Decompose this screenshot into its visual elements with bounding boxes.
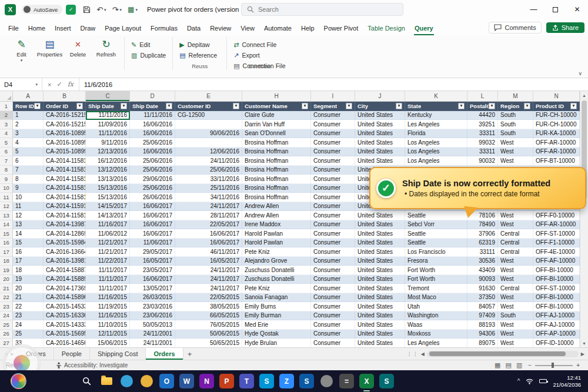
cell-B10[interactable]: CA-2014-115812 [44,184,86,193]
cell-C16[interactable]: 11/21/2017 [86,239,130,248]
cell-L16[interactable]: 62319 [467,239,498,248]
cell-J18[interactable]: United States [355,257,405,266]
cell-L26[interactable]: 94306 [467,330,498,339]
row-number-26[interactable]: 26 [0,330,13,339]
cell-H13[interactable]: Andrew Allen [242,211,311,220]
tab-formulas[interactable]: Formulas [146,21,182,35]
cell-M3[interactable]: South [498,120,533,129]
onenote-icon[interactable]: N [199,374,214,388]
cell-A9[interactable]: 8 [13,175,44,184]
cell-A15[interactable]: 14 [13,229,44,239]
cell-H24[interactable]: Emily Burman [242,311,311,321]
cell-K24[interactable]: Washington [405,311,467,321]
cell-D18[interactable]: 16/05/2017 [130,257,175,266]
cell-M13[interactable]: West [498,211,533,220]
cell-E27[interactable]: 50/65/2015 [175,339,242,348]
ribbon-properties-button[interactable]: ▤Properties [36,37,63,65]
zoom-slider-thumb[interactable] [552,363,554,368]
cell-H4[interactable]: Sean O'Donnell [242,129,311,139]
column-letter-K[interactable]: K [405,91,467,101]
cell-K16[interactable]: Seattle [405,239,467,248]
cell-N17[interactable]: OFF-4E-10000 [533,247,580,257]
zoom-slider[interactable] [535,365,573,366]
row-number-21[interactable]: 21 [0,284,13,293]
cell-C17[interactable]: 11/21/2017 [86,247,130,257]
cell-I8[interactable]: Consumer [311,166,355,175]
row-number-25[interactable]: 25 [0,320,13,330]
filter-dropdown-order-id-B[interactable]: ▾ [76,103,83,109]
filter-dropdown-ship-date-D[interactable]: ▾ [166,103,172,109]
wifi-icon[interactable] [526,378,533,384]
cell-A8[interactable]: 7 [13,166,44,175]
row-number-15[interactable]: 15 [0,229,13,239]
cell-K19[interactable]: Fort Worth [405,266,467,275]
cell-B4[interactable]: CA-2016-108956 [44,129,86,139]
cell-B22[interactable]: CA-2014-158964 [44,293,86,303]
cell-C18[interactable]: 11/22/2017 [86,257,130,266]
row-number-7[interactable]: 7 [0,156,13,166]
cell-H7[interactable]: Brosina Hoffman [242,156,311,166]
cell-C27[interactable]: 15/06/2015 [86,339,130,348]
cell-L19[interactable]: 43409 [467,266,498,275]
cell-A7[interactable]: 6 [13,156,44,166]
cell-E8[interactable]: 25/06/2016 [175,166,242,175]
tab-page-layout[interactable]: Page Layout [100,21,146,35]
save-button[interactable] [83,6,91,14]
accessibility-status[interactable]: Accessibility: Investigate [56,362,128,368]
cell-N5[interactable]: OFF-AR-10000 [533,138,580,148]
row-number-10[interactable]: 10 [0,184,13,193]
cell-H3[interactable]: Darrin Van Huff [242,120,311,129]
splitter-dots-icon[interactable]: ⋮⋮ [407,351,419,357]
cell-I9[interactable]: Consumer [311,175,355,184]
tray-chevron-icon[interactable]: ^ [517,378,520,384]
cell-B27[interactable]: CA-2016-146563 [44,339,86,348]
cell-A21[interactable]: 20 [13,284,44,293]
cell-K22[interactable]: Most Maco [405,293,467,303]
cell-B14[interactable]: CA-2014-139876 [44,220,86,230]
cell-A23[interactable]: 22 [13,302,44,311]
cell-B16[interactable]: CA-2015-159843 [44,239,86,248]
cell-L24[interactable]: 97409 [467,311,498,321]
cell-K26[interactable]: Moxkoss [405,330,467,339]
row-number-22[interactable]: 22 [0,293,13,303]
row-number-23[interactable]: 23 [0,302,13,311]
tab-data[interactable]: Data [182,21,205,35]
cell-D11[interactable]: 26/06/2016 [130,193,175,202]
cell-B18[interactable]: CA-2016-139816 [44,257,86,266]
column-letter-N[interactable]: N [533,91,580,101]
ribbon-reuse-depitaw-button[interactable]: ▶Depitaw [178,41,219,49]
cell-J17[interactable]: United States [355,247,405,257]
photos-icon[interactable] [139,374,154,388]
collapse-ribbon-button[interactable]: ∨ [578,71,582,76]
cell-E25[interactable]: 76/05/2015 [175,320,242,330]
cell-L6[interactable]: 33311 [467,148,498,157]
row-number-12[interactable]: 12 [0,202,13,212]
cell-L22[interactable]: 37350 [467,293,498,303]
cell-E26[interactable]: 50/06/2015 [175,330,242,339]
comments-button[interactable]: Comments [489,22,541,33]
cell-H17[interactable]: Pete Kniz [242,247,311,257]
cell-N27[interactable]: OFF-ID-10000 [533,339,580,348]
undo-button[interactable]: ↶▾ [96,6,106,14]
cell-K7[interactable]: Los Angeles [405,156,467,166]
select-all-corner[interactable] [0,91,13,101]
cell-D9[interactable]: 29/06/2016 [130,175,175,184]
cell-C25[interactable]: 11/10/2015 [86,320,130,330]
cell-A22[interactable]: 21 [13,293,44,303]
ribbon-combine-connect-file-button[interactable]: ⇄Connect File [232,41,287,49]
tab-view[interactable]: View [236,21,259,35]
cell-B6[interactable]: CA-2015-108996 [44,148,86,157]
cell-I20[interactable]: Consumer [311,275,355,284]
cell-I14[interactable]: Consumer [311,220,355,230]
cell-I3[interactable]: Consumer [311,120,355,129]
cell-L5[interactable]: 99032 [467,138,498,148]
search-input[interactable]: Search [241,3,403,16]
filter-dropdown-city-J[interactable]: ▾ [396,103,402,109]
cell-B25[interactable]: CA-2015-143336 [44,320,86,330]
cell-B7[interactable]: CA-2014-115812 [44,156,86,166]
cell-E10[interactable]: 25/11/2016 [175,184,242,193]
cell-H9[interactable]: Brosina Hoffman [242,175,311,184]
cell-K20[interactable]: Fort Worth [405,275,467,284]
cell-L7[interactable]: 90032 [467,156,498,166]
cell-C12[interactable]: 14/15/2017 [86,202,130,212]
